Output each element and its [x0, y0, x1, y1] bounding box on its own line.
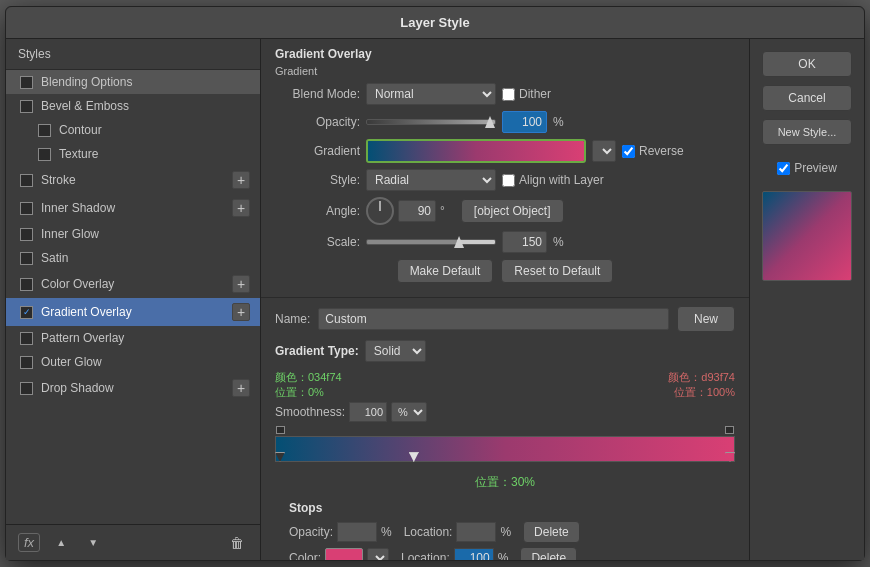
angle-unit: ° [440, 204, 445, 218]
sidebar-item-bevel-emboss[interactable]: Bevel & Emboss [6, 94, 260, 118]
reset-alignment-button[interactable]: [object Object] [461, 199, 564, 223]
color-swatch-dropdown[interactable] [367, 548, 389, 560]
delete-effect-button[interactable]: 🗑 [226, 532, 248, 554]
opacity-stop-left[interactable] [276, 426, 285, 434]
add-drop-shadow-button[interactable]: + [232, 379, 250, 397]
sidebar-item-label: Stroke [41, 173, 76, 187]
ok-button[interactable]: OK [762, 51, 852, 77]
smoothness-input[interactable] [349, 402, 387, 422]
checkbox-inner-glow[interactable] [20, 228, 33, 241]
sidebar-item-satin[interactable]: Satin [6, 246, 260, 270]
color-stop-label: Color: [289, 551, 321, 560]
dither-label: Dither [519, 87, 551, 101]
gradient-dropdown[interactable] [592, 140, 616, 162]
scale-input[interactable] [502, 231, 547, 253]
reverse-checkbox-label: Reverse [622, 144, 684, 158]
checkbox-stroke[interactable] [20, 174, 33, 187]
sidebar-item-label: Bevel & Emboss [41, 99, 129, 113]
gradient-strip-container: 位置：30% [275, 436, 735, 491]
location-label-1: Location: [404, 525, 453, 539]
gradient-row: Gradient Reverse [275, 139, 735, 163]
opacity-stop-right[interactable] [725, 426, 734, 434]
smoothness-unit-select[interactable]: % [391, 402, 427, 422]
add-gradient-overlay-button[interactable]: + [232, 303, 250, 321]
new-style-button[interactable]: New Style... [762, 119, 852, 145]
color-field-group: Color: [289, 547, 389, 560]
sidebar-item-label: Pattern Overlay [41, 331, 124, 345]
make-default-button[interactable]: Make Default [397, 259, 494, 283]
color-swatch[interactable] [325, 548, 363, 560]
angle-dial[interactable] [366, 197, 394, 225]
opacity-stop-input[interactable] [337, 522, 377, 542]
fx-badge: fx [18, 533, 40, 552]
gradient-type-select[interactable]: Solid Noise [365, 340, 426, 362]
checkbox-color-overlay[interactable] [20, 278, 33, 291]
sidebar-item-outer-glow[interactable]: Outer Glow [6, 350, 260, 374]
add-stroke-button[interactable]: + [232, 171, 250, 189]
checkbox-satin[interactable] [20, 252, 33, 265]
gradient-bar-wrapper[interactable] [366, 139, 586, 163]
align-layer-checkbox[interactable] [502, 174, 515, 187]
opacity-input[interactable] [502, 111, 547, 133]
gradient-name-input[interactable] [318, 308, 669, 330]
sidebar-item-label: Inner Shadow [41, 201, 115, 215]
checkbox-inner-shadow[interactable] [20, 202, 33, 215]
add-inner-shadow-button[interactable]: + [232, 199, 250, 217]
location-input-2[interactable] [454, 548, 494, 560]
angle-input[interactable] [398, 200, 436, 222]
sidebar-item-label: Color Overlay [41, 277, 114, 291]
scale-slider[interactable] [366, 239, 496, 245]
style-select[interactable]: Radial Linear [366, 169, 496, 191]
reset-to-default-button[interactable]: Reset to Default [501, 259, 613, 283]
pos-right-label: 位置：100% [668, 385, 735, 400]
delete-stop-button-1[interactable]: Delete [523, 521, 580, 543]
gradient-strip[interactable] [275, 436, 735, 462]
stops-section: Stops Opacity: % Location: % [275, 495, 735, 560]
reverse-label: Reverse [639, 144, 684, 158]
color-stop-handle-right[interactable] [725, 452, 735, 462]
cancel-button[interactable]: Cancel [762, 85, 852, 111]
sidebar-item-drop-shadow[interactable]: Drop Shadow + [6, 374, 260, 402]
dither-checkbox[interactable] [502, 88, 515, 101]
color-stop-handle-mid[interactable] [409, 452, 419, 462]
gradient-name-row: Name: New [275, 306, 735, 332]
checkbox-drop-shadow[interactable] [20, 382, 33, 395]
sidebar-item-inner-shadow[interactable]: Inner Shadow + [6, 194, 260, 222]
blend-mode-select[interactable]: Normal Multiply Screen [366, 83, 496, 105]
add-color-overlay-button[interactable]: + [232, 275, 250, 293]
sidebar-item-contour[interactable]: Contour [6, 118, 260, 142]
right-panel: OK Cancel New Style... Preview [749, 39, 864, 560]
sidebar-item-color-overlay[interactable]: Color Overlay + [6, 270, 260, 298]
checkbox-gradient-overlay[interactable]: ✓ [20, 306, 33, 319]
location-unit-2: % [498, 551, 509, 560]
gradient-bar [368, 141, 584, 161]
preview-checkbox[interactable] [777, 162, 790, 175]
location-label-2: Location: [401, 551, 450, 560]
checkbox-bevel-emboss[interactable] [20, 100, 33, 113]
sidebar-item-label: Inner Glow [41, 227, 99, 241]
gradient-type-label: Gradient Type: [275, 344, 359, 358]
sidebar-item-inner-glow[interactable]: Inner Glow [6, 222, 260, 246]
sidebar-item-blending-options[interactable]: Blending Options [6, 70, 260, 94]
move-down-button[interactable] [82, 532, 104, 554]
opacity-unit: % [553, 115, 564, 129]
checkbox-contour[interactable] [38, 124, 51, 137]
sidebar-item-gradient-overlay[interactable]: ✓ Gradient Overlay + [6, 298, 260, 326]
checkbox-outer-glow[interactable] [20, 356, 33, 369]
reverse-checkbox[interactable] [622, 145, 635, 158]
checkbox-texture[interactable] [38, 148, 51, 161]
opacity-slider[interactable] [366, 119, 496, 125]
new-gradient-button[interactable]: New [677, 306, 735, 332]
move-up-button[interactable] [50, 532, 72, 554]
delete-stop-button-2[interactable]: Delete [520, 547, 577, 560]
color-stop-handle-left[interactable] [275, 452, 285, 462]
checkbox-blending-options[interactable] [20, 76, 33, 89]
opacity-row: Opacity: % [275, 111, 735, 133]
sidebar-item-stroke[interactable]: Stroke + [6, 166, 260, 194]
location-field-group-1: Location: % [404, 521, 511, 543]
smoothness-row: Smoothness: % [275, 402, 735, 422]
sidebar-item-texture[interactable]: Texture [6, 142, 260, 166]
checkbox-pattern-overlay[interactable] [20, 332, 33, 345]
sidebar-item-pattern-overlay[interactable]: Pattern Overlay [6, 326, 260, 350]
location-input-1[interactable] [456, 522, 496, 542]
